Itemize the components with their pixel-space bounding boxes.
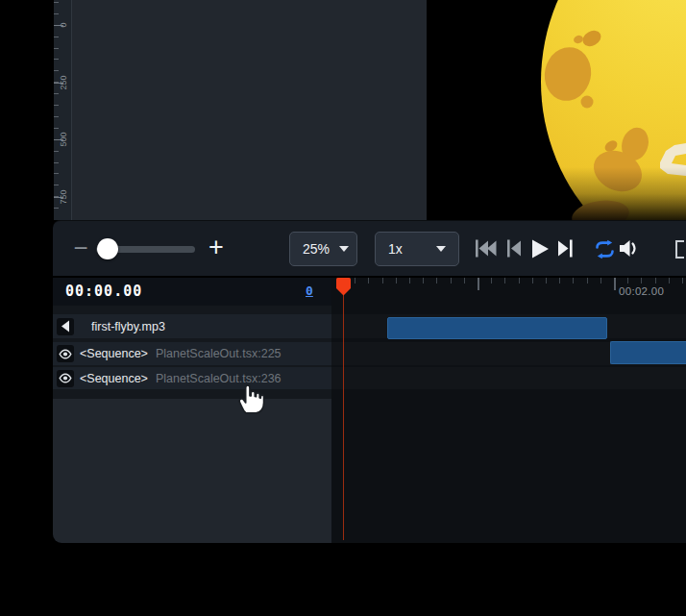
preview-section: 0 250 500 750: [0, 0, 686, 220]
planet-bottom-shadow: [427, 0, 686, 220]
track-name: <Sequence>: [80, 347, 148, 360]
loop-icon: [593, 239, 617, 259]
zoom-in-button[interactable]: +: [207, 232, 226, 262]
chevron-down-icon: [436, 246, 446, 252]
track-name: first-flyby.mp3: [91, 320, 165, 333]
eye-icon[interactable]: [57, 345, 74, 362]
speaker-icon[interactable]: [57, 318, 74, 335]
track-list-panel: 00:00.00 0 first-flyby.mp3: [53, 278, 331, 543]
time-label: 00:02.00: [619, 285, 664, 297]
volume-button[interactable]: [620, 239, 639, 258]
eye-icon[interactable]: [57, 370, 74, 387]
skip-to-start-button[interactable]: [476, 239, 497, 258]
tracks-zone: first-flyby.mp3 <Sequence> PlanetScaleOu…: [53, 306, 331, 399]
play-button[interactable]: [531, 239, 550, 259]
timeline-panel: 00:00.00 0 first-flyby.mp3: [53, 278, 686, 543]
track-lane: [331, 367, 686, 389]
video-composition: [427, 0, 686, 220]
track-source: PlanetScaleOut.tsx:225: [156, 347, 282, 360]
ruler-label: 500: [59, 132, 68, 147]
playback-toolbar: − + 25% 1x: [53, 220, 686, 276]
playhead-handle[interactable]: [336, 278, 351, 296]
timeline-header: 00:00.00 0: [53, 278, 331, 306]
playhead-line: [343, 278, 345, 540]
ruler-label: 250: [59, 75, 68, 90]
timeline-ruler-ticks[interactable]: [341, 278, 686, 283]
second-tick: [478, 278, 479, 290]
frame-number-link[interactable]: 0: [306, 283, 313, 298]
volume-icon: [620, 239, 639, 258]
track-row-sequence[interactable]: <Sequence> PlanetScaleOut.tsx:236: [53, 367, 331, 389]
speed-dropdown[interactable]: 1x: [375, 232, 459, 266]
loop-button[interactable]: [593, 239, 617, 259]
timeline-clip-sequence[interactable]: [610, 341, 686, 364]
track-row-sequence[interactable]: <Sequence> PlanetScaleOut.tsx:225: [53, 342, 331, 365]
next-frame-icon: [558, 239, 573, 258]
zoom-slider-knob[interactable]: [97, 238, 118, 259]
skip-to-start-icon: [476, 239, 497, 258]
previous-frame-icon: [507, 239, 522, 258]
track-name: <Sequence>: [80, 372, 148, 385]
second-tick: [614, 278, 616, 290]
play-icon: [531, 239, 550, 259]
speed-value: 1x: [388, 241, 403, 257]
next-frame-button[interactable]: [558, 239, 573, 258]
remotion-studio-window: 0 250 500 750: [0, 0, 686, 616]
timeline-clip-audio[interactable]: [387, 317, 607, 339]
track-source: PlanetScaleOut.tsx:236: [156, 372, 282, 385]
ruler-label: 750: [59, 189, 68, 205]
vertical-ruler[interactable]: 0 250 500 750: [54, 0, 72, 220]
canvas-background: [72, 0, 427, 220]
zoom-out-button[interactable]: −: [72, 234, 89, 262]
scale-value: 25%: [303, 241, 330, 257]
chevron-down-icon: [339, 246, 349, 252]
timecode-display: 00:00.00: [65, 283, 142, 300]
track-row-audio[interactable]: first-flyby.mp3: [53, 314, 331, 338]
timeline-tracks-area[interactable]: 00:02.00: [331, 278, 686, 543]
ruler-label: 0: [59, 17, 68, 33]
ruler-minor-ticks: [54, 2, 59, 218]
scale-dropdown[interactable]: 25%: [289, 232, 357, 266]
previous-frame-button[interactable]: [507, 239, 522, 258]
fullscreen-button-partial[interactable]: [675, 240, 684, 259]
